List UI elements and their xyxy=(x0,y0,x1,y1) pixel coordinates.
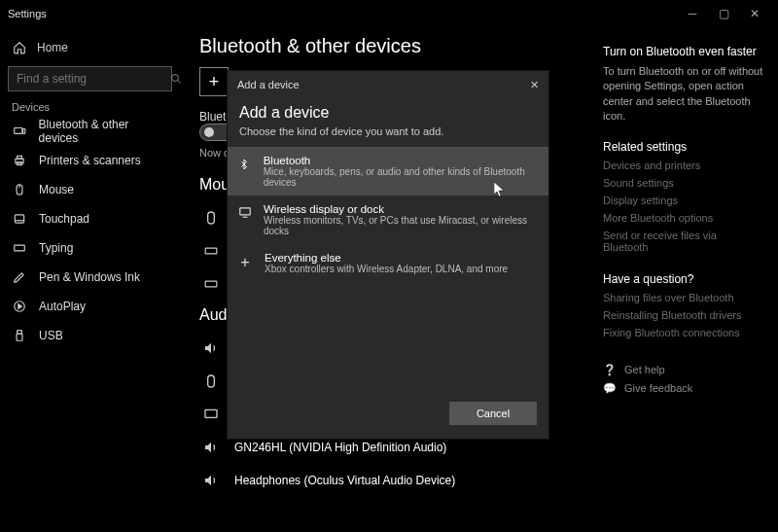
svg-rect-3 xyxy=(22,129,24,134)
sidebar-item-label: USB xyxy=(39,329,63,342)
svg-point-0 xyxy=(172,75,179,82)
sidebar-item-label: Pen & Windows Ink xyxy=(39,270,140,284)
bluetooth-icon xyxy=(235,155,254,188)
sidebar-item-autoplay[interactable]: AutoPlay xyxy=(8,292,172,321)
home-icon xyxy=(12,40,27,55)
sidebar-item-label: Touchpad xyxy=(39,212,89,226)
device-row[interactable]: Headphones (Oculus Virtual Audio Device) xyxy=(199,464,591,497)
option-title: Bluetooth xyxy=(264,155,541,166)
give-feedback-link[interactable]: 💬Give feedback xyxy=(603,382,764,395)
speaker-icon xyxy=(199,340,223,356)
svg-rect-21 xyxy=(205,281,217,287)
sidebar-item-printers[interactable]: Printers & scanners xyxy=(8,146,172,175)
display-icon xyxy=(235,203,254,236)
sidebar-section: Devices xyxy=(12,101,172,113)
option-wireless-display[interactable]: Wireless display or dock Wireless monito… xyxy=(228,195,548,244)
svg-rect-24 xyxy=(239,208,250,215)
question-link[interactable]: Reinstalling Bluetooth drivers xyxy=(603,309,764,321)
svg-rect-9 xyxy=(15,215,23,223)
devices-icon xyxy=(12,124,27,139)
usb-icon xyxy=(12,328,27,343)
home-label: Home xyxy=(37,41,68,54)
title-bar: Settings ─ ▢ ✕ xyxy=(0,0,778,27)
speaker-icon xyxy=(199,440,223,455)
related-heading: Related settings xyxy=(603,140,764,154)
related-link[interactable]: Send or receive files via Bluetooth xyxy=(603,230,764,253)
dialog-close-button[interactable]: ✕ xyxy=(530,79,539,91)
feedback-icon: 💬 xyxy=(603,382,617,395)
sidebar-item-label: AutoPlay xyxy=(39,300,86,313)
right-pane: Turn on Bluetooth even faster To turn Bl… xyxy=(603,27,778,532)
svg-rect-11 xyxy=(15,245,25,251)
sidebar-item-label: Typing xyxy=(39,241,73,255)
svg-rect-2 xyxy=(15,128,22,134)
speaker-icon xyxy=(199,473,223,488)
page-title: Bluetooth & other devices xyxy=(199,35,591,57)
sidebar-item-bluetooth[interactable]: Bluetooth & other devices xyxy=(8,117,172,146)
svg-rect-20 xyxy=(205,248,217,254)
sidebar-item-label: Bluetooth & other devices xyxy=(39,118,168,145)
mouse-icon xyxy=(199,210,223,226)
option-desc: Mice, keyboards, pens, or audio and othe… xyxy=(264,166,541,188)
monitor-icon xyxy=(199,407,223,422)
svg-rect-22 xyxy=(208,375,215,387)
mouse-icon xyxy=(12,182,27,197)
related-link[interactable]: Devices and printers xyxy=(603,160,764,171)
help-icon: ❔ xyxy=(603,364,617,376)
sidebar-item-usb[interactable]: USB xyxy=(8,321,172,350)
svg-rect-19 xyxy=(208,212,215,224)
related-link[interactable]: Sound settings xyxy=(603,177,764,189)
sidebar-item-touchpad[interactable]: Touchpad xyxy=(8,204,172,233)
search-input[interactable] xyxy=(9,72,170,86)
keyboard-icon xyxy=(199,277,223,291)
sidebar-item-typing[interactable]: Typing xyxy=(8,233,172,263)
plus-icon: + xyxy=(199,67,229,96)
dialog-subtitle: Choose the kind of device you want to ad… xyxy=(239,125,537,137)
keyboard-icon xyxy=(12,240,27,256)
sidebar-item-mouse[interactable]: Mouse xyxy=(8,175,172,204)
sidebar-item-label: Mouse xyxy=(39,183,74,196)
autoplay-icon xyxy=(12,299,27,314)
touchpad-icon xyxy=(12,211,27,227)
maximize-button[interactable]: ▢ xyxy=(708,2,739,25)
question-link[interactable]: Sharing files over Bluetooth xyxy=(603,292,764,303)
faster-body: To turn Bluetooth on or off without open… xyxy=(603,64,764,124)
option-title: Everything else xyxy=(265,252,508,264)
home-nav[interactable]: Home xyxy=(8,33,172,62)
printer-icon xyxy=(12,153,27,168)
get-help-link[interactable]: ❔Get help xyxy=(603,364,764,376)
option-bluetooth[interactable]: Bluetooth Mice, keyboards, pens, or audi… xyxy=(228,147,548,195)
option-everything-else[interactable]: + Everything else Xbox controllers with … xyxy=(228,244,548,282)
sidebar-item-pen[interactable]: Pen & Windows Ink xyxy=(8,263,172,292)
device-label: Headphones (Oculus Virtual Audio Device) xyxy=(234,474,455,487)
mouse-icon xyxy=(199,373,223,389)
keyboard-icon xyxy=(199,244,223,258)
question-heading: Have a question? xyxy=(603,272,764,286)
svg-rect-18 xyxy=(17,334,22,340)
pen-icon xyxy=(12,269,27,285)
search-box[interactable] xyxy=(8,66,172,91)
option-title: Wireless display or dock xyxy=(264,203,541,215)
dialog-title: Add a device xyxy=(239,104,537,122)
svg-rect-23 xyxy=(205,409,217,417)
window-title: Settings xyxy=(8,8,47,19)
cancel-button[interactable]: Cancel xyxy=(449,402,537,425)
option-desc: Wireless monitors, TVs, or PCs that use … xyxy=(264,215,541,236)
sidebar-item-label: Printers & scanners xyxy=(39,154,141,167)
dialog-header: Add a device xyxy=(237,79,300,90)
device-label: GN246HL (NVIDIA High Definition Audio) xyxy=(234,441,446,454)
question-link[interactable]: Fixing Bluetooth connections xyxy=(603,327,764,338)
related-link[interactable]: More Bluetooth options xyxy=(603,212,764,224)
add-device-dialog: Add a device ✕ Add a device Choose the k… xyxy=(228,71,548,439)
svg-rect-5 xyxy=(18,156,22,159)
close-button[interactable]: ✕ xyxy=(739,2,770,25)
related-link[interactable]: Display settings xyxy=(603,195,764,206)
minimize-button[interactable]: ─ xyxy=(677,2,708,25)
sidebar: Home Devices Bluetooth & other devices P… xyxy=(0,27,180,532)
svg-marker-16 xyxy=(18,304,21,309)
faster-heading: Turn on Bluetooth even faster xyxy=(603,45,764,58)
option-desc: Xbox controllers with Wireless Adapter, … xyxy=(265,264,508,274)
plus-icon: + xyxy=(235,252,255,274)
